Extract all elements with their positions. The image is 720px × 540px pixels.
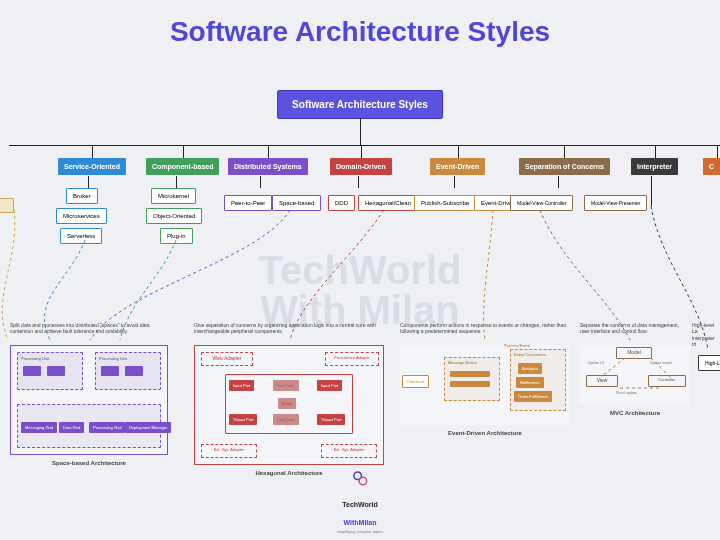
desc-space-based: Split data and processes into distribute… [10,322,160,335]
logo: TechWorld WithMilan simplifying complex … [337,469,383,534]
panel-title-space-based: Space-based Architecture [10,460,168,466]
panel-mvc: Model View Controller Update UI Update m… [580,345,690,405]
leaf-hexagonal: Hexagonal/Clean [358,195,418,211]
desc-hexagonal: Give separation of concerns by organizin… [194,322,384,335]
leaf-object-oriented: Object-Oriented [146,208,202,224]
category-hline [9,145,720,146]
svg-point-1 [359,477,367,485]
cat-component-based: Component-based [146,158,219,175]
root-node: Software Architecture Styles [277,90,443,119]
panel-space-based: Processing Unit Processing Unit Messagin… [10,345,168,455]
leaf-high-level-cropped: High-Leve [698,355,720,371]
cat-partial-right: C [703,158,720,175]
cat-domain-driven: Domain-Driven [330,158,392,175]
leaf-serverless: Serverless [60,228,102,244]
logo-icon [351,469,369,487]
desc-event-driven: Components perform actions in response t… [400,322,570,335]
cat-event-driven: Event-Driven [430,158,485,175]
leaf-cropped-left [0,198,14,213]
leaf-microservices: Microservices [56,208,107,224]
cat-interpreter: Interpreter [631,158,678,175]
cat-separation-concerns: Separation of Concerns [519,158,610,175]
desc-mvc: Separate the concerns of data management… [580,322,690,335]
leaf-pubsub: Publish-Subscribe [414,195,476,211]
page-title: Software Architecture Styles [0,16,720,48]
leaf-peer-to-peer: Peer-to-Peer [224,195,272,211]
panel-title-event-driven: Event-Driven Architecture [400,430,570,436]
leaf-broker: Broker [66,188,98,204]
desc-interpreter: High-level La interpreter th [692,322,720,347]
leaf-plugin: Plug-in [160,228,193,244]
leaf-microkernel: Microkernel [151,188,196,204]
leaf-space-based: Space-based [272,195,321,211]
root-connector [360,118,361,145]
leaf-ddd: DDD [328,195,355,211]
leaf-mvp: Model-View-Presenter [584,195,647,211]
watermark: TechWorldWith Milan [259,250,462,330]
leaf-mvc: Model-View-Controller [510,195,573,211]
panel-hexagonal: Web Adapter Persistence Adapter Input Po… [194,345,384,465]
panel-event-driven: Checkout Message Broker Event Consumers … [400,345,570,425]
cat-distributed-systems: Distributed Systems [228,158,308,175]
panel-title-mvc: MVC Architecture [580,410,690,416]
cat-service-oriented: Service-Oriented [58,158,126,175]
